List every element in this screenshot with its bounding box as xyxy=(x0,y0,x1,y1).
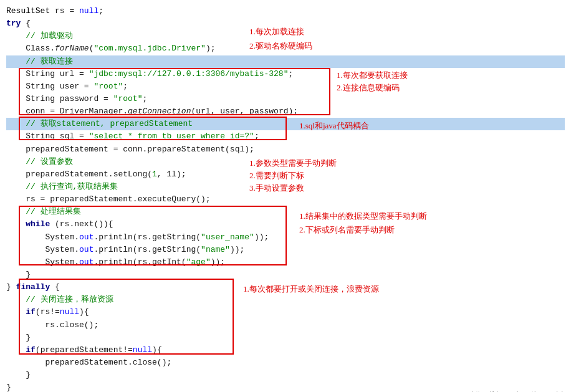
ann7: 2.需要判断下标 xyxy=(249,170,304,181)
line-10: // 获取statement, preparedStatement xyxy=(6,118,565,130)
line-11: String sql = "select * from tb_user wher… xyxy=(6,130,565,143)
line-30: } xyxy=(6,369,565,381)
code-area: ResultSet rs = null; try { // 加载驱动 Class… xyxy=(6,5,565,392)
line-20: System.out.println(rs.getString("name"))… xyxy=(6,244,565,256)
line-9: conn = DriverManager.getConnection(url, … xyxy=(6,105,565,118)
ann2: 2.驱动名称硬编码 xyxy=(249,41,312,52)
ann9: 1.结果集中的数据类型需要手动判断 xyxy=(299,211,427,222)
ann4: 2.连接信息硬编码 xyxy=(337,82,400,93)
line-22: } xyxy=(6,269,565,281)
line-27: } xyxy=(6,332,565,344)
ann1: 1.每次加载连接 xyxy=(249,26,304,37)
line-29: preparedStatement.close(); xyxy=(6,356,565,369)
line-21: System.out.println(rs.getInt("age")); xyxy=(6,256,565,269)
line-5: // 获取连接 xyxy=(6,55,565,68)
line-25: if(rs!=null){ xyxy=(6,306,565,318)
ann5: 1.sql和java代码耦合 xyxy=(299,120,369,131)
ann6: 1.参数类型需要手动判断 xyxy=(249,158,337,169)
line-8: String password = "root"; xyxy=(6,93,565,105)
line-17: // 处理结果集 xyxy=(6,206,565,218)
ann10: 2.下标或列名需要手动判断 xyxy=(299,224,395,236)
line-16: rs = preparedStatement.executeQuery(); xyxy=(6,193,565,206)
line-6: String url = "jdbc:mysql://127.0.0.1:330… xyxy=(6,68,565,80)
line-26: rs.close(); xyxy=(6,319,565,332)
line-12: preparedStatement = conn.prepareStatemen… xyxy=(6,143,565,156)
line-28: if(preparedStatement!=null){ xyxy=(6,344,565,356)
line-24: // 关闭连接，释放资源 xyxy=(6,294,565,306)
ann8: 3.手动设置参数 xyxy=(249,183,304,194)
line-1: ResultSet rs = null; xyxy=(6,5,565,17)
line-18: while (rs.next()){ xyxy=(6,218,565,231)
code-container: ResultSet rs = null; try { // 加载驱动 Class… xyxy=(0,0,571,392)
line-19: System.out.println(rs.getString("user_na… xyxy=(6,231,565,244)
line-7: String user = "root"; xyxy=(6,80,565,93)
ann11: 1.每次都要打开或关闭连接，浪费资源 xyxy=(243,284,379,295)
ann3: 1.每次都要获取连接 xyxy=(337,70,408,81)
